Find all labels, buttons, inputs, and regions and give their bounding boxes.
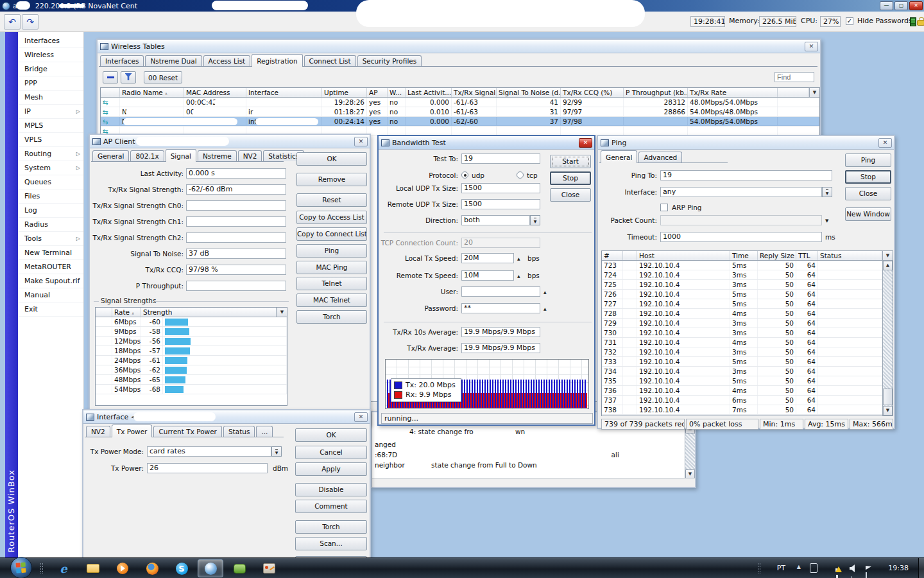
col-reply-size[interactable]: Reply Size bbox=[758, 251, 796, 260]
interface-titlebar[interactable]: Interface < ✕ bbox=[83, 410, 370, 424]
sidebar-item[interactable]: Exit ▷ bbox=[18, 302, 83, 317]
mac-telnet-button[interactable]: MAC Telnet bbox=[296, 293, 367, 307]
close-icon[interactable]: ✕ bbox=[354, 137, 368, 146]
ping-row[interactable]: 724 192.10.10.4 3ms 50 64 bbox=[602, 270, 884, 280]
direction-select[interactable]: both bbox=[461, 215, 530, 225]
col-strength[interactable]: Strength bbox=[141, 308, 277, 317]
ping-row[interactable]: 731 192.10.10.4 4ms 50 64 bbox=[602, 338, 884, 347]
comment-button[interactable]: Comment bbox=[295, 500, 367, 513]
ping-row[interactable]: 727 192.10.10.4 5ms 50 64 bbox=[602, 299, 884, 309]
column-dropdown-icon[interactable]: ▼ bbox=[809, 88, 819, 97]
sidebar-item[interactable]: System ▷ bbox=[18, 161, 83, 175]
tab-general[interactable]: General bbox=[92, 150, 129, 161]
col-rate[interactable]: Rate bbox=[112, 308, 141, 317]
sidebar-item[interactable]: MPLS ▷ bbox=[18, 119, 83, 133]
tx-power-input[interactable]: 26 bbox=[147, 463, 268, 473]
ping-row[interactable]: 726 192.10.10.4 5ms 50 64 bbox=[602, 290, 884, 299]
ok-button[interactable]: OK bbox=[296, 152, 367, 166]
start-button[interactable] bbox=[10, 557, 32, 578]
taskbar-media-player-button[interactable] bbox=[110, 559, 135, 577]
up-arrow-icon[interactable]: ▲ bbox=[517, 256, 520, 261]
taskbar-explorer-button[interactable] bbox=[81, 559, 105, 577]
scroll-down-icon[interactable]: ▼ bbox=[883, 406, 893, 416]
udp-radio[interactable] bbox=[461, 171, 468, 179]
col-pthroughput[interactable]: P Throughput (kb... bbox=[624, 88, 688, 97]
tab-nstreme[interactable]: Nstreme bbox=[198, 150, 237, 161]
col-mac-address[interactable]: MAC Address bbox=[184, 88, 246, 97]
tab-security-profiles[interactable]: Security Profiles bbox=[357, 55, 422, 66]
find-input[interactable] bbox=[774, 72, 814, 82]
ping-row[interactable]: 729 192.10.10.4 3ms 50 64 bbox=[602, 319, 884, 328]
tab-current-tx-power[interactable]: Current Tx Power bbox=[153, 426, 222, 437]
timeout-input[interactable]: 1000 bbox=[660, 232, 822, 242]
ap-client-titlebar[interactable]: AP Client < ✕ bbox=[90, 135, 370, 148]
col-rate[interactable]: Tx/Rx Rate bbox=[688, 88, 778, 97]
close-icon[interactable]: ✕ bbox=[909, 1, 923, 10]
tab-access-list[interactable]: Access List bbox=[203, 55, 251, 66]
dropdown-icon[interactable]: ▼ bbox=[530, 215, 540, 225]
tab-advanced[interactable]: Advanced bbox=[638, 152, 682, 162]
scan-button[interactable]: Scan... bbox=[295, 537, 367, 550]
interface-select[interactable]: any bbox=[660, 187, 822, 197]
col-radio-name[interactable]: Radio Name bbox=[120, 88, 184, 97]
col-number[interactable]: # bbox=[602, 251, 623, 260]
dropdown-icon[interactable]: ▼ bbox=[822, 187, 832, 197]
stop-button[interactable]: Stop bbox=[550, 171, 591, 185]
ok-button[interactable]: OK bbox=[295, 428, 367, 442]
tab-more[interactable]: ... bbox=[256, 426, 273, 437]
flag-icon[interactable] bbox=[866, 564, 871, 578]
col-ttl[interactable]: TTL bbox=[796, 251, 818, 260]
disable-button[interactable]: Disable bbox=[295, 483, 367, 496]
ping-row[interactable]: 732 192.10.10.4 3ms 50 64 bbox=[602, 347, 884, 357]
signal-row[interactable]: 12Mbps -56 bbox=[96, 337, 287, 346]
arp-ping-checkbox[interactable] bbox=[660, 204, 668, 211]
hide-passwords-checkbox[interactable]: ✓ bbox=[846, 17, 853, 25]
remove-entry-button[interactable] bbox=[103, 71, 118, 83]
sidebar-item[interactable]: Wireless ▷ bbox=[18, 48, 83, 62]
minimize-icon[interactable]: — bbox=[880, 1, 893, 10]
table-row[interactable]: ⇆ 00:0C:42: 19:28:26 yes no 0.000 -61/-6… bbox=[101, 98, 819, 107]
col-ap[interactable]: AP bbox=[367, 88, 388, 97]
log-scrollbar[interactable]: ▲ ▼ bbox=[685, 424, 695, 479]
ping-row[interactable]: 736 192.10.10.4 4ms 50 64 bbox=[602, 386, 884, 396]
close-button[interactable]: Close bbox=[550, 188, 591, 202]
sidebar-item[interactable]: PPP ▷ bbox=[18, 76, 83, 91]
sidebar-item[interactable]: Mesh ▷ bbox=[18, 91, 83, 105]
sidebar-item[interactable]: Queues ▷ bbox=[18, 175, 83, 189]
tab-signal[interactable]: Signal bbox=[166, 149, 196, 162]
tray-expand-icon[interactable]: ▲ bbox=[797, 564, 801, 570]
sidebar-item[interactable]: Manual ▷ bbox=[18, 288, 83, 302]
reset-button[interactable]: Reset bbox=[296, 193, 367, 207]
scroll-thumb[interactable] bbox=[883, 389, 893, 405]
signal-row[interactable]: 24Mbps -61 bbox=[96, 356, 287, 365]
column-dropdown-icon[interactable]: ▼ bbox=[882, 251, 893, 260]
sidebar-item[interactable]: Routing ▷ bbox=[18, 147, 83, 161]
undo-button[interactable]: ↶ bbox=[4, 14, 21, 30]
ping-row[interactable]: 723 192.10.10.4 5ms 50 64 bbox=[602, 261, 884, 270]
close-icon[interactable]: ✕ bbox=[579, 138, 592, 148]
local-tx-speed-input[interactable]: 20M bbox=[461, 253, 514, 263]
remote-udp-size-input[interactable]: 1500 bbox=[461, 199, 540, 209]
tab-nstreme-dual[interactable]: Nstreme Dual bbox=[145, 55, 201, 66]
new-window-button[interactable]: New Window bbox=[845, 207, 891, 221]
up-arrow-icon[interactable]: ▲ bbox=[517, 274, 520, 279]
signal-row[interactable]: 18Mbps -57 bbox=[96, 346, 287, 356]
ping-row[interactable]: 733 192.10.10.4 5ms 50 64 bbox=[602, 357, 884, 367]
taskbar-paint-app-button[interactable] bbox=[257, 559, 281, 577]
local-udp-size-input[interactable]: 1500 bbox=[461, 183, 540, 193]
language-indicator[interactable]: PT bbox=[777, 564, 785, 572]
signal-row[interactable]: 48Mbps -65 bbox=[96, 375, 287, 385]
bandwidth-titlebar[interactable]: Bandwidth Test ✕ bbox=[379, 136, 594, 150]
tab-8021x[interactable]: 802.1x bbox=[130, 150, 164, 161]
tab-tx-power[interactable]: Tx Power bbox=[112, 425, 153, 437]
col-signal[interactable]: Tx/Rx Signal ... bbox=[452, 88, 497, 97]
ping-button[interactable]: Ping bbox=[845, 153, 891, 167]
sidebar-item[interactable]: Make Supout.rif ▷ bbox=[18, 274, 83, 288]
ping-titlebar[interactable]: Ping ✕ bbox=[598, 136, 894, 150]
sidebar-item[interactable]: MetaROUTER ▷ bbox=[18, 260, 83, 274]
sidebar-item[interactable]: Radius ▷ bbox=[18, 218, 83, 232]
action-center-icon[interactable] bbox=[810, 563, 817, 573]
sidebar-item[interactable]: Log ▷ bbox=[18, 204, 83, 218]
maximize-icon[interactable]: ▢ bbox=[894, 1, 908, 10]
remove-button[interactable]: Remove bbox=[296, 173, 367, 186]
